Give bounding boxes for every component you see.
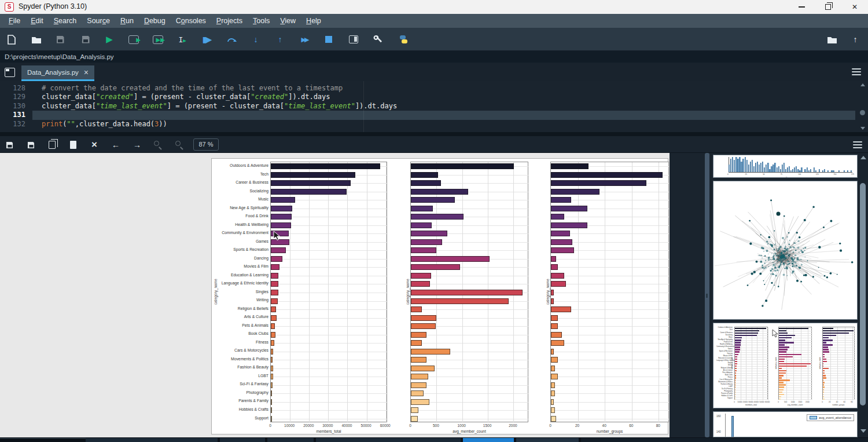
plot-remove-all-button[interactable]: × — [87, 138, 101, 152]
editor-scroll-thumb[interactable] — [860, 110, 865, 115]
run-button[interactable]: ▶ — [101, 31, 117, 48]
zoom-in-button[interactable] — [151, 138, 165, 152]
gridline — [411, 410, 529, 411]
x-axis-label: members_total — [317, 429, 341, 433]
thumbnail-bar-canvas: 0100002000030000400005000060000members_t… — [713, 323, 858, 408]
tab-close-icon[interactable]: × — [84, 68, 89, 77]
next-plot-button[interactable]: → — [130, 138, 144, 152]
axis-tick-label: 50000 — [759, 401, 764, 403]
plot-copy-button[interactable] — [45, 138, 59, 152]
hist-bar — [769, 169, 770, 172]
thumbnail-degree-histogram[interactable]: 0255075100125150175Degree — [713, 155, 858, 178]
gridline — [411, 309, 529, 310]
menu-edit[interactable]: Edit — [25, 15, 49, 27]
bar — [271, 399, 272, 405]
figure-canvas[interactable]: 0100002000030000400005000060000members_t… — [211, 158, 668, 434]
menu-view[interactable]: View — [275, 15, 301, 27]
thumbnail-bar-charts[interactable]: 0100002000030000400005000060000members_t… — [713, 323, 858, 408]
step-out-button[interactable]: ↑ — [272, 31, 288, 48]
gridline — [551, 360, 670, 360]
category-label: Language & Ethnic Identity — [716, 360, 733, 361]
thumbnails-scroll-down-icon[interactable] — [860, 429, 866, 433]
code-line-131[interactable] — [0, 111, 855, 120]
run-selection-button[interactable]: I▶ — [174, 31, 190, 48]
legend-swatch — [810, 416, 817, 419]
category-label: Community & Environment — [716, 346, 733, 348]
code-line-128[interactable]: # convert the date created and the time … — [0, 84, 855, 93]
step-into-button[interactable]: ↓ — [248, 31, 264, 48]
gridline — [768, 327, 768, 400]
window-title: Spyder (Python 3.10) — [19, 2, 87, 10]
code-token: "" — [67, 120, 75, 128]
bar — [411, 231, 447, 236]
gridline — [757, 327, 757, 400]
zoom-out-button[interactable] — [172, 138, 186, 152]
bar — [735, 392, 735, 393]
thumbnails-scroll-thumb[interactable] — [860, 183, 866, 406]
close-button[interactable]: ✕ — [841, 0, 868, 14]
axis-tick-label: 60 — [629, 423, 633, 428]
save-all-button[interactable] — [78, 31, 94, 48]
new-file-button[interactable] — [3, 31, 20, 48]
tab-data-analysis[interactable]: Data_Analysis.py × — [21, 65, 94, 81]
browse-tabs-button[interactable] — [5, 68, 15, 77]
debug-file-button[interactable]: ▮▶ — [198, 31, 215, 48]
bar — [551, 382, 555, 388]
bar — [271, 332, 275, 338]
menu-consoles[interactable]: Consoles — [171, 15, 211, 27]
maximize-button[interactable] — [815, 0, 841, 14]
scroll-up-icon[interactable] — [860, 83, 865, 86]
save-button[interactable] — [52, 31, 68, 48]
menu-tools[interactable]: Tools — [248, 15, 275, 27]
thumbnail-network-graph[interactable] — [713, 181, 858, 320]
bar — [823, 351, 829, 352]
plots-options-menu-button[interactable] — [853, 141, 862, 148]
menu-debug[interactable]: Debug — [139, 15, 171, 27]
menu-run[interactable]: Run — [115, 15, 139, 27]
bar — [551, 256, 556, 262]
menu-file[interactable]: File — [3, 15, 25, 27]
menu-search[interactable]: Search — [49, 15, 82, 27]
open-file-button[interactable] — [28, 31, 45, 48]
minimize-button[interactable] — [788, 0, 815, 14]
editor-options-menu-button[interactable] — [852, 68, 861, 75]
plot-save-all-button[interactable] — [24, 138, 38, 152]
continue-button[interactable]: ▶▶ — [296, 31, 312, 48]
debug-step-button[interactable] — [223, 31, 240, 48]
pythonpath-button[interactable] — [395, 31, 411, 48]
zoom-level-display[interactable]: 87 % — [193, 138, 219, 151]
gridline — [411, 419, 529, 419]
thumbnails-scroll-up-icon[interactable] — [860, 156, 866, 159]
scroll-down-icon[interactable] — [860, 127, 865, 130]
plot-save-button[interactable] — [2, 138, 16, 152]
bar — [735, 370, 737, 371]
preferences-button[interactable] — [370, 31, 386, 48]
code-line-132[interactable]: print("",cluster_data.head(3)) — [0, 120, 855, 129]
run-cell-advance-button[interactable]: ▶▶ — [150, 31, 166, 48]
menu-projects[interactable]: Projects — [211, 15, 248, 27]
maximize-pane-button[interactable] — [345, 31, 362, 48]
editor-scrollbar[interactable] — [858, 81, 868, 132]
code-line-130[interactable]: cluster_data["time_last_event"] = (prese… — [0, 102, 855, 111]
category-label: Pets & Animals — [716, 372, 733, 374]
stop-button[interactable] — [321, 31, 337, 48]
bar — [411, 281, 430, 287]
code-token: ]).dt.days — [355, 102, 397, 110]
hist-bar — [814, 167, 815, 172]
previous-plot-button[interactable]: ← — [109, 138, 123, 152]
code-editor[interactable]: # convert the date created and the time … — [0, 81, 868, 132]
browse-directory-button[interactable] — [824, 31, 840, 48]
code-line-129[interactable]: cluster_data["created"] = (present - clu… — [0, 93, 855, 102]
run-cell-button[interactable]: ▶ — [126, 31, 142, 48]
menu-help[interactable]: Help — [301, 15, 326, 27]
plot-remove-button[interactable] — [66, 138, 80, 152]
thumbnail-attendance-chart[interactable]: 160 140 avg_event_attendance — [713, 411, 858, 437]
line-number: 131 — [2, 111, 25, 120]
code-token: ,cluster_data.head( — [75, 120, 155, 128]
hist-bar — [778, 166, 779, 172]
pane-splitter[interactable] — [0, 132, 868, 136]
parent-directory-button[interactable]: ↑ — [847, 31, 863, 48]
bar — [551, 315, 558, 321]
plots-scrollbar[interactable] — [705, 153, 709, 437]
menu-source[interactable]: Source — [82, 15, 115, 27]
